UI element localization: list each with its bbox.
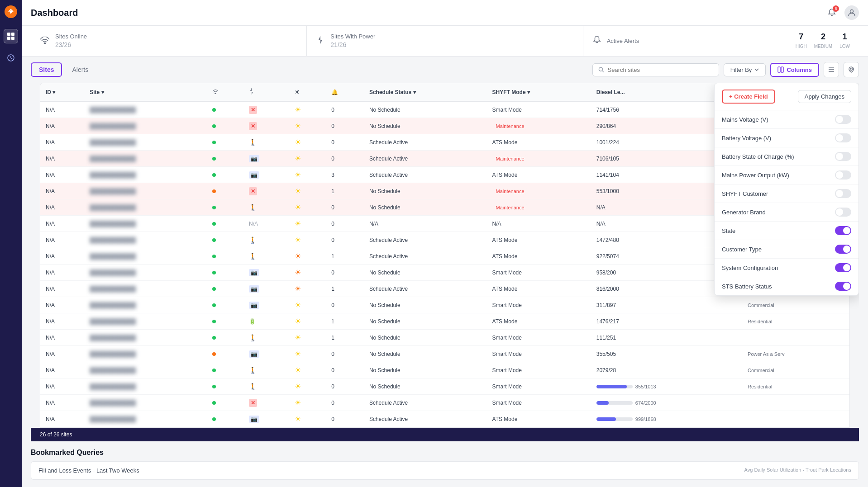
dropdown-field-customer_type: Customer Type	[715, 240, 858, 259]
cell-wifi	[207, 199, 243, 216]
table-row: N/A ████████████ 📷 ☀ 0 Schedule Active A…	[40, 411, 849, 427]
search-icon	[598, 66, 604, 73]
cell-wifi	[207, 411, 243, 427]
alerts-breakdown: 7 HIGH 2 MEDIUM 1 LOW	[796, 32, 850, 50]
cell-solar: ☀	[289, 362, 326, 378]
chevron-down-icon	[754, 68, 759, 71]
field-label-mains_power: Mains Power Output (kW)	[722, 172, 789, 179]
cell-mode: Smart Mode	[487, 346, 591, 362]
toggle-mains_voltage[interactable]	[835, 115, 851, 124]
cell-alerts: 0	[326, 378, 364, 395]
cell-diesel: 311/897	[591, 297, 742, 313]
user-avatar[interactable]	[844, 5, 859, 20]
cell-id: N/A	[40, 411, 84, 427]
cell-diesel: 855/1013	[591, 378, 742, 395]
toggle-system_config[interactable]	[835, 263, 851, 272]
cell-id: N/A	[40, 248, 84, 265]
cell-site: ████████████	[84, 313, 206, 330]
cell-schedule: Schedule Active	[364, 134, 487, 151]
cell-mode: Maintenance	[487, 151, 591, 167]
cell-site: ████████████	[84, 362, 206, 378]
cell-mode: Smart Mode	[487, 297, 591, 313]
sidebar-item-dashboard[interactable]	[4, 29, 18, 43]
cell-schedule: No Schedule	[364, 265, 487, 281]
apply-changes-button[interactable]: Apply Changes	[798, 90, 851, 103]
cell-mode: ATS Mode	[487, 248, 591, 265]
cell-wifi	[207, 232, 243, 248]
list-view-button[interactable]	[824, 62, 839, 77]
toggle-shyft_customer[interactable]	[835, 189, 851, 198]
cell-id: N/A	[40, 378, 84, 395]
filter-button[interactable]: Filter By	[724, 63, 766, 76]
col-solar: ☀	[289, 83, 326, 101]
toggle-generator_brand[interactable]	[835, 208, 851, 217]
cell-alerts: 0	[326, 101, 364, 118]
alerts-label: Active Alerts	[607, 38, 639, 44]
field-label-state: State	[722, 227, 735, 234]
alert-low: 1 LOW	[839, 32, 850, 50]
map-icon	[848, 66, 854, 73]
col-schedule[interactable]: Schedule Status ▾	[364, 83, 487, 101]
col-id[interactable]: ID ▾	[40, 83, 84, 101]
bookmarked-title: Bookmarked Queries	[31, 449, 859, 457]
cell-site: ████████████	[84, 411, 206, 427]
cell-id: N/A	[40, 134, 84, 151]
cell-alerts: 0	[326, 134, 364, 151]
cell-alerts: 0	[326, 362, 364, 378]
svg-point-5	[850, 10, 854, 13]
cell-mode: Maintenance	[487, 183, 591, 199]
svg-rect-2	[7, 37, 10, 40]
sidebar-item-history[interactable]	[4, 51, 18, 65]
cell-id: N/A	[40, 199, 84, 216]
cell-solar: ☀	[289, 346, 326, 362]
cell-mode: Maintenance	[487, 118, 591, 134]
columns-button[interactable]: Columns	[770, 63, 819, 77]
search-input[interactable]	[608, 66, 713, 73]
cell-id: N/A	[40, 265, 84, 281]
cell-solar: ☀	[289, 199, 326, 216]
cell-diesel: 674/2000	[591, 395, 742, 411]
create-field-button[interactable]: + Create Field	[722, 90, 775, 104]
cell-wifi	[207, 216, 243, 232]
notifications-button[interactable]: 6	[825, 5, 839, 20]
dropdown-field-mains_voltage: Mains Voltage (V)	[715, 110, 858, 129]
bookmark-item-1[interactable]: Fill and Loss Events - Last Two Weeks Av…	[31, 461, 859, 480]
cell-solar: ☀	[289, 313, 326, 330]
toggle-battery_soc[interactable]	[835, 152, 851, 161]
field-label-customer_type: Customer Type	[722, 246, 762, 253]
cell-power: ✕	[243, 183, 289, 199]
dropdown-field-battery_soc: Battery State of Charge (%)	[715, 147, 858, 166]
cell-wifi	[207, 395, 243, 411]
app-logo[interactable]	[5, 5, 17, 18]
field-label-system_config: System Configuration	[722, 265, 778, 271]
toggle-mains_power[interactable]	[835, 170, 851, 180]
field-label-mains_voltage: Mains Voltage (V)	[722, 116, 768, 123]
search-box[interactable]	[592, 63, 719, 76]
cell-alerts: 0	[326, 265, 364, 281]
toggle-sts_battery[interactable]	[835, 282, 851, 291]
toggle-customer_type[interactable]	[835, 245, 851, 254]
table-row: N/A ████████████ 📷 ☀ 0 No Schedule Smart…	[40, 346, 849, 362]
toggle-state[interactable]	[835, 226, 851, 235]
toggle-battery_voltage[interactable]	[835, 133, 851, 142]
col-mode[interactable]: SHYFT Mode ▾	[487, 83, 591, 101]
tab-sites[interactable]: Sites	[31, 62, 62, 77]
tab-alerts[interactable]: Alerts	[64, 62, 96, 77]
col-site[interactable]: Site ▾	[84, 83, 206, 101]
main-tabs: Sites Alerts	[31, 62, 96, 77]
cell-power: 📷	[243, 346, 289, 362]
cell-power: 🚶	[243, 378, 289, 395]
stat-alerts: Active Alerts 7 HIGH 2 MEDIUM 1 LOW	[583, 26, 859, 56]
cell-id: N/A	[40, 346, 84, 362]
cell-solar: ☀	[289, 101, 326, 118]
svg-point-6	[44, 43, 46, 44]
cell-site: ████████████	[84, 232, 206, 248]
cell-site: ████████████	[84, 134, 206, 151]
map-view-button[interactable]	[844, 62, 859, 77]
main-content: Dashboard 6	[22, 0, 868, 487]
dropdown-field-sts_battery: STS Battery Status	[715, 277, 858, 295]
cell-diesel: 999/1868	[591, 411, 742, 427]
field-label-battery_voltage: Battery Voltage (V)	[722, 135, 771, 142]
cell-wifi	[207, 362, 243, 378]
cell-power: 🚶	[243, 199, 289, 216]
